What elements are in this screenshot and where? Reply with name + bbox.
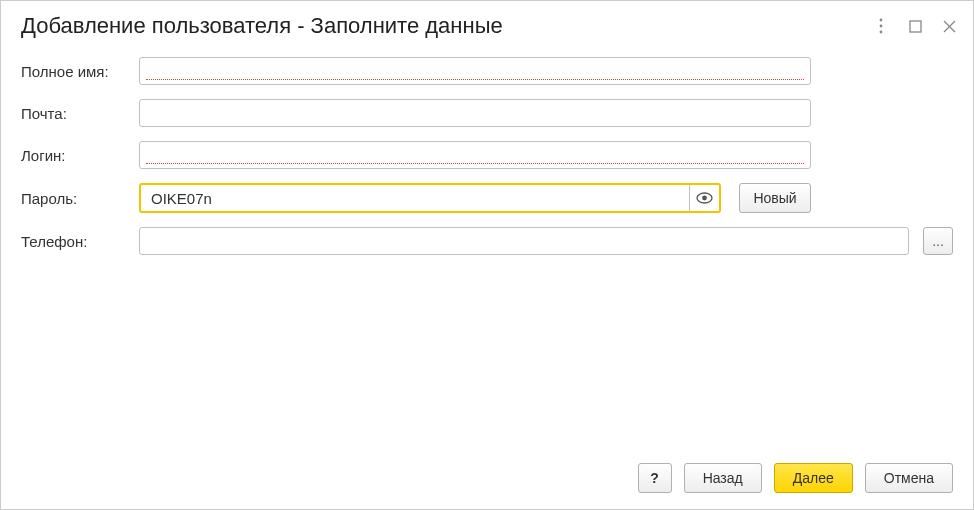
help-button[interactable]: ? [638, 463, 672, 493]
svg-point-7 [702, 196, 707, 201]
maximize-icon[interactable] [907, 18, 923, 34]
svg-point-1 [880, 25, 883, 28]
row-password: Пароль: OIKE07n Новый [21, 183, 811, 213]
next-button[interactable]: Далее [774, 463, 853, 493]
label-phone: Телефон: [21, 233, 131, 250]
kebab-menu-icon[interactable] [873, 18, 889, 34]
row-full-name: Полное имя: [21, 57, 811, 85]
row-login: Логин: [21, 141, 811, 169]
window-title: Добавление пользователя - Заполните данн… [21, 13, 503, 39]
titlebar: Добавление пользователя - Заполните данн… [1, 1, 973, 47]
svg-point-2 [880, 31, 883, 34]
input-password-wrap: OIKE07n [139, 183, 721, 213]
close-icon[interactable] [941, 18, 957, 34]
row-phone: Телефон: ... [21, 227, 953, 255]
form-area: Полное имя: Почта: Логин: Пароль: OIKE07… [1, 47, 973, 279]
label-full-name: Полное имя: [21, 63, 131, 80]
phone-more-button[interactable]: ... [923, 227, 953, 255]
svg-point-0 [880, 19, 883, 22]
footer-buttons: ? Назад Далее Отмена [638, 463, 953, 493]
window-controls [873, 18, 957, 34]
cancel-button[interactable]: Отмена [865, 463, 953, 493]
label-login: Логин: [21, 147, 131, 164]
new-password-button[interactable]: Новый [739, 183, 811, 213]
input-password[interactable]: OIKE07n [141, 185, 689, 211]
input-login[interactable] [139, 141, 811, 169]
input-full-name[interactable] [139, 57, 811, 85]
svg-rect-3 [910, 21, 921, 32]
label-email: Почта: [21, 105, 131, 122]
label-password: Пароль: [21, 190, 131, 207]
back-button[interactable]: Назад [684, 463, 762, 493]
row-email: Почта: [21, 99, 811, 127]
input-phone[interactable] [139, 227, 909, 255]
eye-icon[interactable] [689, 185, 719, 211]
input-email[interactable] [139, 99, 811, 127]
